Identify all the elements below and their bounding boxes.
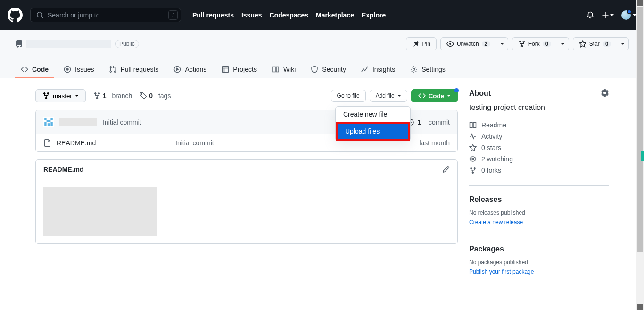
fork-dropdown[interactable] [557,37,569,50]
publish-package-link[interactable]: Publish your first package [469,268,534,275]
tab-projects[interactable]: Projects [216,62,263,78]
pin-button[interactable]: Pin [406,37,437,50]
commits-link[interactable]: 1 commit [407,118,450,126]
tab-settings[interactable]: Settings [405,62,451,78]
nav-explore[interactable]: Explore [362,11,386,19]
tag-icon [140,92,147,100]
svg-rect-11 [50,122,52,126]
repo-description: testing project creation [469,103,609,112]
unwatch-button[interactable]: Unwatch2 [440,37,496,50]
svg-rect-12 [48,123,50,126]
chevron-down-icon [397,94,401,98]
repo-tabs: Code Issues Pull requests Actions Projec… [15,62,629,78]
code-icon [418,92,426,100]
releases-heading: Releases [469,195,609,204]
upload-files-highlight: Upload files [336,122,410,141]
file-time: last month [419,139,450,147]
scrollbar[interactable] [636,0,644,296]
svg-point-1 [66,68,68,70]
repo-header: Public Pin Unwatch2 Fork0 Star0 Code Iss… [0,30,644,78]
tab-wiki[interactable]: Wiki [266,62,301,78]
fork-icon [469,167,477,174]
global-nav: Pull requests Issues Codespaces Marketpl… [192,11,386,19]
chevron-down-icon [561,42,565,46]
github-logo-icon[interactable] [8,8,23,23]
chevron-down-icon [447,94,451,98]
watching-link[interactable]: 2 watching [469,153,609,165]
book-icon [469,121,477,129]
file-name[interactable]: README.md [57,139,170,147]
branches-link[interactable]: 1 branch [93,92,132,100]
tab-code[interactable]: Code [15,62,54,78]
tags-link[interactable]: 0 tags [140,92,171,100]
go-to-file-button[interactable]: Go to file [331,90,366,102]
unwatch-dropdown[interactable] [496,37,508,50]
scroll-up-arrow[interactable] [637,0,643,6]
svg-rect-3 [223,67,229,73]
svg-rect-10 [44,122,46,126]
author-redacted [59,118,97,126]
star-button[interactable]: Star0 [573,37,617,50]
side-indicator [641,151,644,161]
user-menu[interactable] [621,10,636,20]
packages-none: No packages published [469,259,609,266]
notifications-icon[interactable] [586,11,594,19]
tab-pull-requests[interactable]: Pull requests [103,62,164,78]
branch-icon [93,92,101,100]
fork-icon [518,40,526,48]
latest-commit-message[interactable]: Initial commit [103,118,141,126]
create-new-file-item[interactable]: Create new file [336,107,410,122]
author-avatar-icon[interactable] [43,117,54,127]
forks-link[interactable]: 0 forks [469,165,609,176]
readme-box: README.md [35,159,458,244]
upload-files-item[interactable]: Upload files [338,124,408,139]
svg-rect-7 [44,118,46,120]
code-button[interactable]: Code [411,89,458,102]
star-dropdown[interactable] [617,37,629,50]
chevron-down-icon [621,42,625,46]
chevron-down-icon [500,42,504,46]
eye-icon [469,155,477,163]
tab-insights[interactable]: Insights [355,62,401,78]
svg-rect-9 [47,120,51,122]
stars-link[interactable]: 0 stars [469,142,609,153]
branch-icon [42,92,50,100]
fork-button[interactable]: Fork0 [512,37,557,50]
nav-pull-requests[interactable]: Pull requests [192,11,234,19]
branch-select[interactable]: master [35,89,86,102]
file-nav: master 1 branch 0 tags Go to file Add fi… [35,89,458,102]
eye-icon [446,40,454,48]
gear-icon[interactable] [601,89,609,97]
create-release-link[interactable]: Create a new release [469,219,523,226]
tab-actions[interactable]: Actions [168,62,212,78]
readme-title: README.md [43,166,84,173]
activity-link[interactable]: Activity [469,131,609,142]
scroll-thumb[interactable] [637,7,643,252]
main: master 1 branch 0 tags Go to file Add fi… [20,78,624,296]
file-icon [43,139,51,147]
add-file-dropdown: Create new file Upload files [335,106,411,141]
create-new-icon[interactable] [602,11,614,19]
svg-point-13 [472,158,474,160]
sidebar: About testing project creation Readme Ac… [469,89,609,285]
releases-none: No releases published [469,209,609,216]
nav-codespaces[interactable]: Codespaces [270,11,308,19]
svg-point-4 [413,68,415,70]
repo-name-redacted [26,40,111,48]
tab-security[interactable]: Security [305,62,352,78]
topbar-right [586,10,636,20]
topbar: Search or jump to... / Pull requests Iss… [0,0,644,30]
readme-content-redacted [43,187,157,236]
readme-link[interactable]: Readme [469,119,609,131]
avatar-icon [621,10,631,20]
packages-heading: Packages [469,245,609,253]
nav-marketplace[interactable]: Marketplace [316,11,354,19]
add-file-button[interactable]: Add file [370,90,407,102]
pencil-icon[interactable] [442,166,450,173]
search-placeholder: Search or jump to... [48,11,105,19]
svg-rect-8 [50,118,52,120]
nav-issues[interactable]: Issues [241,11,262,19]
repo-actions: Pin Unwatch2 Fork0 Star0 [406,37,629,50]
search-input[interactable]: Search or jump to... / [30,8,181,22]
tab-issues[interactable]: Issues [58,62,99,78]
